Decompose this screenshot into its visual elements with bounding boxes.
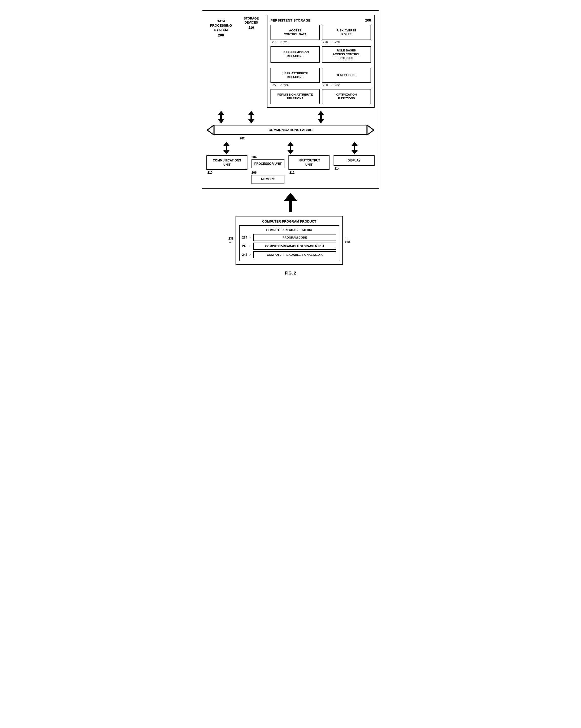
page-wrapper: DATA PROCESSING SYSTEM 200 STORAGE DEVIC… xyxy=(202,10,379,276)
cpp-title: COMPUTER PROGRAM PRODUCT xyxy=(239,219,339,223)
slash3: ⟋ xyxy=(249,253,252,257)
fig-caption: FIG. 2 xyxy=(285,271,296,276)
ps-box-user-permission: USER-PERMISSIONRELATIONS xyxy=(271,46,320,62)
cpp-right-ref: ← 236 xyxy=(345,216,353,265)
proc-label-num: 204 xyxy=(251,155,284,159)
io-unit-arrow xyxy=(287,142,294,154)
ps-double-arrow xyxy=(318,111,324,124)
persistent-storage-area: PERSISTENT STORAGE 208 ACCESSCONTROL DAT… xyxy=(267,15,375,108)
ps-grid-row2: USER-PERMISSIONRELATIONS ROLE-BASEDACCES… xyxy=(271,46,371,62)
ref-222: 222 xyxy=(272,83,277,87)
storage-media-box: COMPUTER-READABLE STORAGE MEDIA xyxy=(253,242,336,250)
ps-box-role-based: ROLE-BASEDACCESS CONTROLPOLICIES xyxy=(322,46,371,62)
program-code-box: PROGRAM CODE xyxy=(253,234,336,241)
signal-media-box: COMPUTER-READABLE SIGNAL MEDIA xyxy=(253,251,336,258)
display-box: DISPLAY xyxy=(334,155,375,166)
ps-box-permission-attribute: PERMISSION-ATTRIBUTERELATIONS xyxy=(271,89,320,104)
dps-number: 200 xyxy=(206,33,236,37)
ps-grid-row1: ACCESSCONTROL DATA RISK-AVERSEROLES xyxy=(271,25,371,40)
ps-box-thresholds: THRESHOLDS xyxy=(322,68,371,83)
proc-double-arrow xyxy=(218,111,224,124)
program-code-row: 234 ⟋ PROGRAM CODE xyxy=(242,234,336,241)
slash2: ⟋ xyxy=(249,244,252,248)
program-code-num: 234 xyxy=(242,236,247,239)
ref-224-slash: ⟋ 224 xyxy=(279,83,288,87)
ref-230: 230 xyxy=(323,83,328,87)
cpp-outer-box: COMPUTER PROGRAM PRODUCT COMPUTER-READAB… xyxy=(236,216,343,265)
comms-fabric-label: COMMUNICATIONS FABRIC xyxy=(269,128,312,132)
signal-media-num: 242 xyxy=(242,253,247,257)
ps-box-access-control: ACCESSCONTROL DATA xyxy=(271,25,320,40)
io-unit-box: INPUT/OUTPUT UNIT xyxy=(288,155,330,170)
storage-media-row: 240 ⟋ COMPUTER-READABLE STORAGE MEDIA xyxy=(242,242,336,250)
display-number: 214 xyxy=(334,167,340,170)
mem-label-num: 206 xyxy=(251,171,284,174)
ref-220-slash: ⟋ 220 xyxy=(279,41,288,44)
crm-inner-boxes: 234 ⟋ PROGRAM CODE 240 ⟋ COMPUTER-READAB… xyxy=(242,234,336,258)
io-unit-number: 212 xyxy=(288,171,295,174)
crm-title: COMPUTER-READABLE MEDIA xyxy=(242,228,336,232)
up-arrow-section xyxy=(284,193,297,212)
ref-228-slash: ⟋ 228 xyxy=(331,41,340,44)
persistent-storage-number: 208 xyxy=(365,18,371,22)
big-up-stem xyxy=(289,201,292,212)
ps-grid-row4: PERMISSION-ATTRIBUTERELATIONS OPTIMIZATI… xyxy=(271,89,371,104)
display-col: DISPLAY 214 xyxy=(334,155,375,170)
comms-fabric-box: COMMUNICATIONS FABRIC xyxy=(214,125,367,135)
comms-unit-box: COMMUNICATIONS UNIT xyxy=(206,155,247,170)
ps-box-optimization: OPTIMIZATIONFUNCTIONS xyxy=(322,89,371,104)
dps-label: DATA PROCESSING SYSTEM xyxy=(206,19,236,32)
crm-outer-box: COMPUTER-READABLE MEDIA 234 ⟋ PROGRAM CO… xyxy=(239,225,339,261)
comms-fabric-number: 202 xyxy=(239,137,245,140)
persistent-storage-title: PERSISTENT STORAGE xyxy=(271,19,310,22)
comms-unit-arrow xyxy=(223,142,229,154)
storage-media-num: 240 xyxy=(242,244,247,248)
storage-devices-label: STORAGE DEVICES xyxy=(244,17,258,25)
comms-unit-col: COMMUNICATIONS UNIT 210 xyxy=(206,155,247,175)
storage-devices-number: 216 xyxy=(248,26,254,29)
slash1: ⟋ xyxy=(249,236,252,239)
io-unit-col: INPUT/OUTPUT UNIT 212 xyxy=(288,155,330,175)
cpp-section: 238→ COMPUTER PROGRAM PRODUCT COMPUTER-R… xyxy=(228,216,353,265)
ref-232-slash: ⟋ 232 xyxy=(331,83,340,87)
signal-media-row: 242 ⟋ COMPUTER-READABLE SIGNAL MEDIA xyxy=(242,251,336,258)
ps-grid-row3: USER-ATTRIBUTERELATIONS THRESHOLDS xyxy=(271,68,371,83)
processor-unit-box: PROCESSOR UNIT xyxy=(251,159,284,168)
comms-fabric-row: COMMUNICATIONS FABRIC xyxy=(206,125,375,136)
ref-218: 218 xyxy=(272,41,277,44)
big-up-arrowhead xyxy=(284,193,297,201)
mem-double-arrow xyxy=(248,111,254,124)
bottom-units-row: COMMUNICATIONS UNIT 210 204 PROCESSOR UN… xyxy=(206,155,375,184)
display-arrow xyxy=(352,142,358,154)
ps-box-user-attribute: USER-ATTRIBUTERELATIONS xyxy=(271,68,320,83)
comms-unit-number: 210 xyxy=(206,171,213,174)
cpp-outer-num-label: 238→ xyxy=(228,216,233,265)
main-diagram-box: DATA PROCESSING SYSTEM 200 STORAGE DEVIC… xyxy=(202,10,379,189)
ps-box-risk-averse: RISK-AVERSEROLES xyxy=(322,25,371,40)
memory-box: MEMORY xyxy=(251,175,284,184)
ref-226: 226 xyxy=(323,41,328,44)
